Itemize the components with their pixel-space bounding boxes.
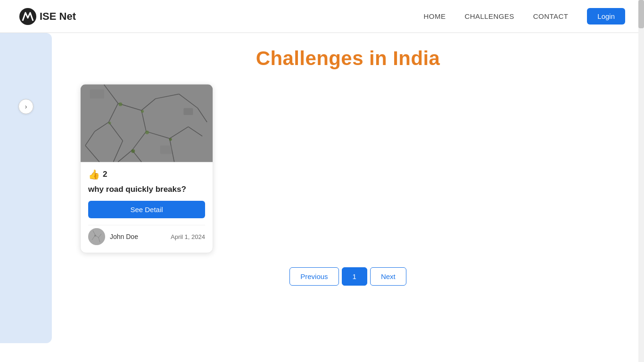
- nav-home[interactable]: HOME: [424, 12, 446, 20]
- svg-point-23: [118, 102, 122, 106]
- card-footer: John Doe April 1, 2024: [88, 225, 205, 245]
- likes-count: 2: [103, 170, 107, 179]
- svg-point-32: [88, 228, 105, 245]
- see-detail-button[interactable]: See Detail: [88, 201, 205, 218]
- scrollbar-track[interactable]: [638, 0, 644, 362]
- svg-rect-31: [183, 108, 193, 115]
- challenge-card: 👍 2 why road quickly breaks? See Detail: [80, 84, 213, 253]
- brand-logo-link[interactable]: ISE Net: [19, 8, 76, 25]
- svg-rect-30: [160, 146, 172, 154]
- svg-point-25: [145, 131, 149, 134]
- svg-point-27: [108, 122, 111, 124]
- card-body: 👍 2 why road quickly breaks? See Detail: [81, 162, 213, 253]
- card-image: [81, 84, 213, 162]
- avatar-svg: [88, 228, 105, 245]
- svg-rect-29: [90, 90, 104, 99]
- content-area: Challenges in India: [52, 33, 644, 343]
- avatar: [88, 228, 105, 245]
- svg-point-26: [169, 138, 172, 141]
- navbar: ISE Net HOME CHALLENGES CONTACT Login: [0, 0, 644, 33]
- pagination: Previous 1 Next: [80, 267, 616, 286]
- svg-point-38: [94, 235, 96, 237]
- thumbs-up-icon: 👍: [88, 169, 100, 180]
- login-button[interactable]: Login: [587, 8, 625, 25]
- chevron-right-icon: ›: [25, 103, 27, 110]
- card-image-svg: [81, 84, 213, 162]
- svg-point-24: [141, 110, 144, 113]
- previous-button[interactable]: Previous: [289, 267, 339, 286]
- brand-logo-icon: [19, 8, 37, 25]
- sidebar: ›: [0, 33, 52, 343]
- card-title: why road quickly breaks?: [88, 185, 205, 194]
- svg-point-28: [131, 149, 135, 153]
- card-date: April 1, 2024: [171, 233, 205, 240]
- card-author: John Doe: [110, 233, 138, 240]
- scrollbar-thumb[interactable]: [638, 0, 644, 28]
- next-button[interactable]: Next: [370, 267, 406, 286]
- main-content: › Challenges in India: [0, 33, 644, 362]
- brand-name: ISE Net: [40, 10, 76, 23]
- nav-challenges[interactable]: CHALLENGES: [464, 12, 514, 20]
- nav-contact[interactable]: CONTACT: [533, 12, 569, 20]
- sidebar-toggle-button[interactable]: ›: [18, 99, 33, 114]
- page-title: Challenges in India: [80, 47, 616, 70]
- navbar-links: HOME CHALLENGES CONTACT Login: [424, 8, 625, 25]
- page-1-button[interactable]: 1: [342, 267, 367, 286]
- card-likes: 👍 2: [88, 169, 205, 180]
- cards-grid: 👍 2 why road quickly breaks? See Detail: [80, 84, 616, 253]
